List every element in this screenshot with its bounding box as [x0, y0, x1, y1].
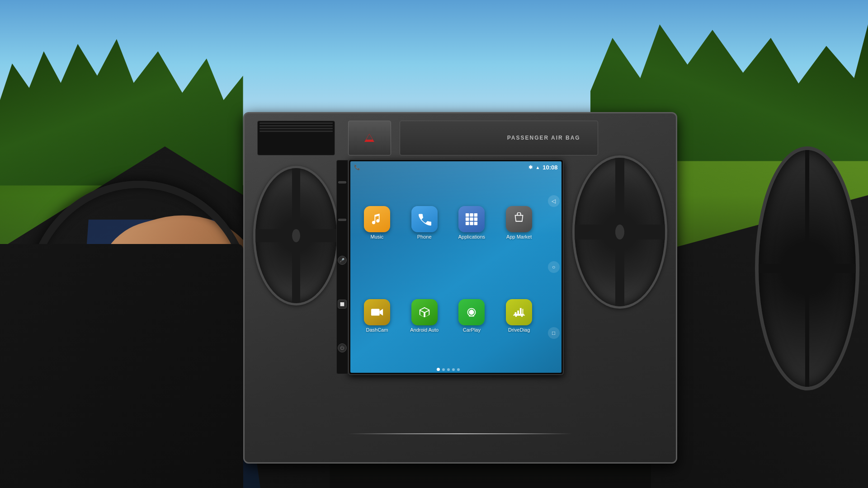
vent-slat-3: [259, 128, 333, 129]
carplay-icon: [458, 299, 485, 325]
svg-rect-12: [513, 315, 525, 316]
top-vent-left: [257, 121, 335, 155]
home-icon: ○: [552, 264, 555, 270]
recent-apps-button[interactable]: □: [548, 327, 560, 339]
head-unit-left-controls: 🎤 ⬜ ⏻: [336, 160, 348, 374]
app-applications[interactable]: Applications: [449, 178, 494, 268]
phone-status-icon: 📞: [354, 164, 360, 170]
svg-rect-8: [474, 221, 478, 225]
app-grid: Music Phone Applications: [350, 174, 546, 365]
head-unit-surround: 🎤 ⬜ ⏻ 📞 ✱ ▲ 10:08: [348, 159, 564, 375]
android-auto-label: Android Auto: [410, 327, 439, 333]
page-dot-3[interactable]: [447, 368, 450, 371]
page-dot-4[interactable]: [452, 368, 455, 371]
drive-diag-label: DriveDiag: [508, 327, 530, 333]
round-vent-right: [572, 155, 667, 309]
vol-minus-button[interactable]: [338, 219, 346, 221]
android-auto-icon: [411, 299, 438, 325]
vol-plus-button[interactable]: [338, 181, 346, 183]
hazard-button[interactable]: [348, 121, 391, 155]
bottom-chrome-trim: [348, 433, 572, 434]
status-bar: 📞 ✱ ▲ 10:08: [350, 161, 561, 174]
page-dot-5[interactable]: [457, 368, 460, 371]
music-icon: [364, 206, 390, 232]
app-market-icon: [506, 206, 532, 232]
svg-rect-2: [474, 213, 478, 217]
phone-icon: [411, 206, 438, 232]
home-button[interactable]: ○: [548, 261, 560, 273]
far-left-panel: [0, 244, 243, 488]
dashcam-label: DashCam: [366, 327, 388, 333]
phone-label: Phone: [417, 234, 432, 239]
app-dashcam[interactable]: DashCam: [355, 271, 400, 361]
svg-point-10: [373, 310, 377, 314]
svg-rect-6: [466, 221, 469, 225]
vent-slat-2: [259, 125, 333, 127]
applications-icon: [458, 206, 485, 232]
back-icon: ◁: [552, 198, 556, 204]
applications-label: Applications: [458, 234, 485, 239]
page-dot-2[interactable]: [442, 368, 445, 371]
svg-rect-1: [470, 213, 474, 217]
app-market-label: App Market: [506, 234, 532, 239]
airbag-panel: PASSENGER AIR BAG: [400, 121, 598, 155]
mic-icon-btn[interactable]: 🎤: [338, 256, 347, 265]
app-music[interactable]: Music: [355, 178, 400, 268]
nav-button-column: ◁ ○ □: [546, 161, 561, 373]
app-phone[interactable]: Phone: [402, 178, 447, 268]
status-time: 10:08: [542, 164, 557, 171]
svg-rect-7: [470, 221, 474, 225]
page-indicators: [350, 368, 546, 371]
svg-point-13: [515, 315, 517, 317]
airbag-label: PASSENGER AIR BAG: [507, 135, 580, 141]
vent-slat-4: [259, 131, 333, 132]
status-icons-right: ✱ ▲ 10:08: [528, 164, 557, 171]
svg-rect-3: [466, 217, 469, 221]
power-icon-btn[interactable]: ⏻: [338, 343, 347, 352]
svg-rect-5: [474, 217, 478, 221]
wifi-icon: ▲: [535, 165, 540, 170]
svg-rect-4: [470, 217, 474, 221]
bluetooth-icon: ✱: [528, 164, 533, 170]
app-market[interactable]: App Market: [497, 178, 542, 268]
svg-rect-0: [466, 213, 469, 217]
carplay-label: CarPlay: [463, 327, 481, 333]
app-android-auto[interactable]: Android Auto: [402, 271, 447, 361]
app-carplay[interactable]: CarPlay: [449, 271, 494, 361]
music-label: Music: [371, 234, 384, 239]
dashboard-main-panel: PASSENGER AIR BAG 🎤 ⬜ ⏻: [243, 112, 677, 464]
app-drive-diag[interactable]: DriveDiag: [497, 271, 542, 361]
status-icons-left: 📞: [354, 164, 360, 170]
svg-point-14: [521, 315, 523, 317]
page-dot-1[interactable]: [437, 368, 440, 371]
dashcam-icon: [364, 299, 390, 325]
vent-slat-1: [259, 122, 333, 124]
drive-diag-icon: [506, 299, 532, 325]
screen-icon-btn[interactable]: ⬜: [338, 300, 347, 309]
far-right-vent: [755, 146, 859, 390]
round-vent-left: [253, 166, 340, 305]
head-unit-screen: 📞 ✱ ▲ 10:08 ◁ ○ □: [350, 161, 561, 373]
recent-icon: □: [552, 330, 555, 336]
svg-point-11: [471, 311, 473, 313]
back-button[interactable]: ◁: [548, 195, 560, 207]
